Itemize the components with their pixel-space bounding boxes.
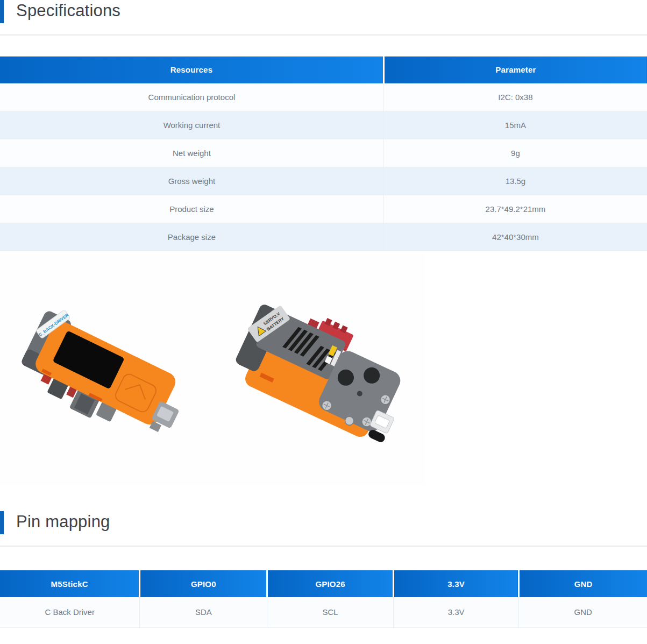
column-header-resources: Resources: [0, 56, 383, 83]
column-header-m5stickc: M5StickC: [0, 570, 140, 597]
spec-value: I2C: 0x38: [383, 83, 647, 111]
table-row: Communication protocol I2C: 0x38: [0, 83, 647, 111]
documentation-page: Specifications Resources Parameter Commu…: [0, 0, 647, 628]
table-row: Net weight 9g: [0, 139, 647, 167]
table-row: Gross weight 13.5g: [0, 167, 647, 195]
table-header-row: M5StickC GPIO0 GPIO26 3.3V GND: [0, 570, 647, 597]
table-header-row: Resources Parameter: [0, 56, 647, 83]
section-divider: [0, 34, 647, 36]
spec-value: 9g: [383, 139, 647, 167]
column-header-gpio26: GPIO26: [267, 570, 394, 597]
spec-label: Communication protocol: [0, 83, 383, 111]
spec-label: Working current: [0, 111, 383, 139]
section-divider: [0, 546, 647, 547]
spec-label: Package size: [0, 223, 383, 251]
column-header-3v3: 3.3V: [393, 570, 518, 597]
product-images-block: C_BACK-DRIVER: [0, 254, 425, 485]
table-row: Package size 42*40*30mm: [0, 223, 647, 251]
spec-value: 23.7*49.2*21mm: [383, 195, 647, 223]
spec-label: Net weight: [0, 139, 383, 167]
pin-mapping-heading: Pin mapping: [0, 511, 647, 534]
pin-cell-3v3: 3.3V: [393, 597, 518, 627]
product-image-front: C_BACK-DRIVER: [18, 295, 195, 457]
specifications-table: Resources Parameter Communication protoc…: [0, 56, 647, 252]
spec-value: 13.5g: [383, 167, 647, 195]
pin-cell-scl: SCL: [267, 597, 394, 627]
table-row: Working current 15mA: [0, 111, 647, 139]
specifications-heading: Specifications: [0, 0, 647, 23]
table-row: C Back Driver SDA SCL 3.3V GND: [0, 597, 647, 627]
column-header-gnd: GND: [519, 570, 647, 597]
pin-cell-sda: SDA: [140, 597, 267, 627]
product-image-back: SERVO.V BATTERY: [231, 289, 409, 456]
spec-label: Gross weight: [0, 167, 383, 195]
column-header-parameter: Parameter: [383, 56, 647, 83]
spec-value: 42*40*30mm: [383, 223, 647, 251]
spec-value: 15mA: [383, 111, 647, 139]
pin-cell-gnd: GND: [519, 597, 647, 627]
spec-label: Product size: [0, 195, 383, 223]
pin-mapping-table: M5StickC GPIO0 GPIO26 3.3V GND C Back Dr…: [0, 570, 647, 628]
table-row: Product size 23.7*49.2*21mm: [0, 195, 647, 223]
column-header-gpio0: GPIO0: [140, 570, 267, 597]
pin-cell-device: C Back Driver: [0, 597, 140, 627]
